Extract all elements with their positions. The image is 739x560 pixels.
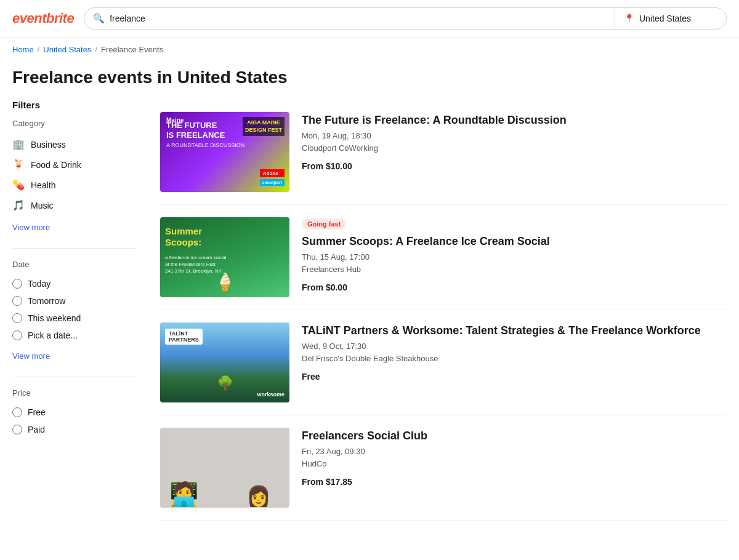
adobe-logo: Adobe — [260, 169, 285, 177]
health-icon: 💊 — [12, 179, 25, 191]
event-venue-4: HudCo — [302, 459, 727, 468]
price-option-paid[interactable]: Paid — [12, 421, 135, 438]
event-price-1: From $10.00 — [302, 161, 727, 171]
thumb1-main-text: THE FUTUREIS FREELANCEa roundtable discu… — [166, 121, 244, 150]
thumb1-sub-text: AIGA MAINEDESIGN FEST — [243, 117, 285, 136]
event-list: Maine THE FUTUREIS FREELANCEa roundtable… — [160, 100, 727, 521]
event-price-2: From $0.00 — [302, 282, 727, 292]
sidebar-item-music[interactable]: 🎵 Music — [12, 195, 135, 215]
thumb2-ice-cream-icon: 🍦 — [214, 272, 236, 292]
eventbrite-logo[interactable]: eventbrite — [12, 10, 74, 26]
event-title-2: Summer Scoops: A Freelance Ice Cream Soc… — [302, 234, 727, 249]
thumb3-trees-icon: 🌳 — [217, 375, 233, 391]
breadcrumb-region[interactable]: United States — [43, 45, 91, 54]
sidebar-item-label-health: Health — [31, 180, 55, 190]
sidebar-item-business[interactable]: 🏢 Business — [12, 134, 135, 154]
breadcrumb: Home / United States / Freelance Events — [0, 38, 739, 62]
event-price-4: From $17.85 — [302, 477, 727, 487]
event-info-4: Freelancers Social Club Fri, 23 Aug, 09:… — [302, 428, 727, 508]
thumb1-sponsors: Adobe cloudport — [260, 169, 285, 186]
event-date-1: Mon, 19 Aug, 18:30 — [302, 131, 727, 140]
sidebar-item-health[interactable]: 💊 Health — [12, 175, 135, 195]
event-thumbnail-3: TALiNTPARTNERS 🌳 worksome — [160, 322, 289, 402]
filters-title: Filters — [12, 100, 135, 110]
event-card-3[interactable]: TALiNTPARTNERS 🌳 worksome TALiNT Partner… — [160, 310, 727, 415]
category-view-more-button[interactable]: View more — [12, 218, 50, 237]
event-title-1: The Future is Freelance: A Roundtable Di… — [302, 113, 727, 127]
event-title-4: Freelancers Social Club — [302, 429, 727, 443]
sidebar-item-label-music: Music — [31, 201, 54, 210]
person-front-icon: 👩 — [246, 484, 271, 508]
event-info-2: Going fast Summer Scoops: A Freelance Ic… — [302, 217, 727, 297]
date-option-today[interactable]: Today — [12, 275, 135, 292]
search-query-section: 🔍 — [84, 8, 615, 29]
sidebar-item-food-drink[interactable]: 🍹 Food & Drink — [12, 154, 135, 175]
thumb-bg-1: Maine THE FUTUREIS FREELANCEa roundtable… — [160, 112, 289, 192]
breadcrumb-sep-2: / — [95, 45, 97, 54]
price-option-free[interactable]: Free — [12, 404, 135, 421]
search-input[interactable] — [110, 14, 606, 23]
event-venue-3: Del Frisco's Double Eagle Steakhouse — [302, 354, 727, 363]
search-bar: 🔍 📍 United States — [84, 7, 727, 30]
thumb-bg-4: 🧑‍💻 👩 — [160, 428, 289, 508]
sidebar-item-label-business: Business — [31, 140, 66, 150]
cloudport-logo: cloudport — [260, 179, 285, 186]
sidebar-divider-1 — [12, 248, 135, 249]
sidebar: Filters Category 🏢 Business 🍹 Food & Dri… — [12, 100, 135, 521]
person-back-icon: 🧑‍💻 — [169, 481, 198, 508]
date-option-this-weekend[interactable]: This weekend — [12, 310, 135, 327]
sidebar-divider-2 — [12, 377, 135, 377]
event-venue-2: Freelancers Hub — [302, 265, 727, 274]
event-info-1: The Future is Freelance: A Roundtable Di… — [302, 112, 727, 192]
going-fast-badge: Going fast — [302, 218, 346, 230]
event-card-2[interactable]: SummerScoops: a freelance ice cream soci… — [160, 205, 727, 310]
breadcrumb-home[interactable]: Home — [12, 45, 34, 54]
thumb-bg-2: SummerScoops: a freelance ice cream soci… — [160, 217, 289, 297]
event-title-3: TALiNT Partners & Worksome: Talent Strat… — [302, 324, 727, 338]
search-icon: 🔍 — [93, 13, 105, 24]
date-view-more-button[interactable]: View more — [12, 346, 50, 366]
event-price-3: Free — [302, 372, 727, 382]
thumb3-talint-logo: TALiNTPARTNERS — [165, 329, 203, 345]
music-icon: 🎵 — [12, 199, 25, 211]
page-title: Freelance events in United States — [0, 62, 739, 100]
event-card-1[interactable]: Maine THE FUTUREIS FREELANCEa roundtable… — [160, 100, 727, 205]
sidebar-item-label-food-drink: Food & Drink — [31, 160, 81, 170]
location-section: 📍 United States — [615, 9, 726, 28]
event-card-4[interactable]: 🧑‍💻 👩 Freelancers Social Club Fri, 23 Au… — [160, 415, 727, 521]
thumb3-worksome-text: worksome — [257, 391, 285, 398]
event-thumbnail-4: 🧑‍💻 👩 — [160, 428, 289, 508]
thumb2-title-text: SummerScoops: — [165, 226, 202, 248]
event-thumbnail-2: SummerScoops: a freelance ice cream soci… — [160, 217, 289, 297]
main-layout: Filters Category 🏢 Business 🍹 Food & Dri… — [0, 100, 739, 521]
date-option-tomorrow[interactable]: Tomorrow — [12, 292, 135, 310]
event-date-3: Wed, 9 Oct, 17:30 — [302, 342, 727, 351]
thumb-bg-3: TALiNTPARTNERS 🌳 worksome — [160, 322, 289, 402]
event-venue-1: Cloudport CoWorking — [302, 143, 727, 153]
event-date-4: Fri, 23 Aug, 09:30 — [302, 447, 727, 456]
location-text[interactable]: United States — [639, 14, 691, 23]
category-label: Category — [12, 119, 135, 128]
event-info-3: TALiNT Partners & Worksome: Talent Strat… — [302, 322, 727, 402]
price-label: Price — [12, 388, 135, 398]
business-icon: 🏢 — [12, 138, 25, 150]
event-thumbnail-1: Maine THE FUTUREIS FREELANCEa roundtable… — [160, 112, 289, 192]
date-label: Date — [12, 260, 135, 269]
location-pin-icon: 📍 — [624, 14, 634, 23]
food-drink-icon: 🍹 — [12, 159, 25, 170]
date-option-pick-a-date[interactable]: Pick a date... — [12, 327, 135, 344]
header: eventbrite 🔍 📍 United States — [0, 0, 739, 38]
event-date-2: Thu, 15 Aug, 17:00 — [302, 252, 727, 262]
breadcrumb-current: Freelance Events — [101, 45, 163, 54]
breadcrumb-sep-1: / — [38, 45, 40, 54]
